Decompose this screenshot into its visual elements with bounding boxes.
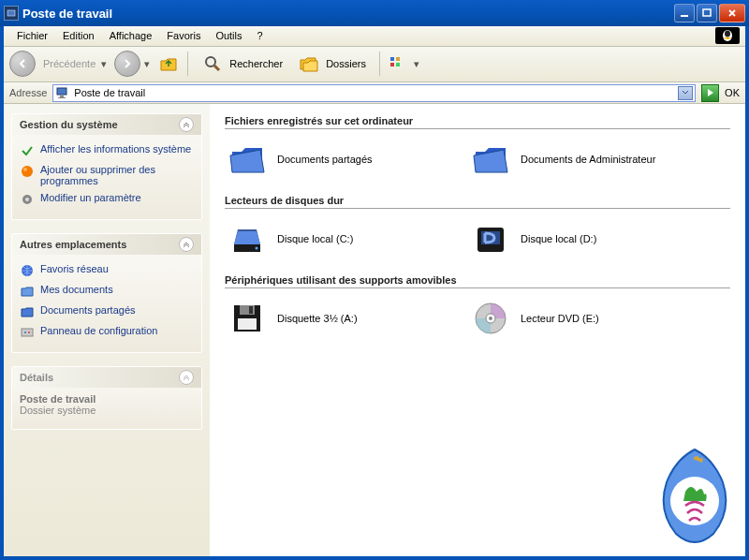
hdd-icon xyxy=(228,220,266,258)
section-removable: Périphériques utilisant des supports amo… xyxy=(225,274,730,288)
folders-label: Dossiers xyxy=(326,58,366,69)
svg-rect-7 xyxy=(396,57,400,61)
svg-rect-11 xyxy=(60,96,64,97)
svg-point-5 xyxy=(206,57,215,66)
window-title: Poste de travail xyxy=(22,7,672,21)
item-disk-c[interactable]: Disque local (C:) xyxy=(228,220,453,258)
sidebar-item-modify-setting[interactable]: Modifier un paramètre xyxy=(20,189,194,210)
chevron-up-icon xyxy=(179,117,194,132)
search-icon xyxy=(201,52,224,75)
panel-other-places: Autres emplacements Favoris réseau Mes d… xyxy=(11,233,202,353)
menu-favoris[interactable]: Favoris xyxy=(159,28,208,43)
svg-rect-8 xyxy=(390,63,394,66)
titlebar: Poste de travail xyxy=(0,0,749,26)
back-dropdown[interactable]: ▾ xyxy=(101,58,110,70)
folder-icon xyxy=(472,140,509,178)
panel-details: Détails Poste de travail Dossier système xyxy=(11,366,202,430)
back-label: Précédente xyxy=(43,58,95,69)
globe-icon xyxy=(20,263,35,278)
menu-edition[interactable]: Edition xyxy=(55,28,102,43)
section-files: Fichiers enregistrés sur cet ordinateur xyxy=(225,115,730,129)
panel-system-tasks: Gestion du système Afficher les informat… xyxy=(11,113,202,220)
floppy-icon xyxy=(228,300,266,337)
item-label: Disque local (D:) xyxy=(521,233,596,244)
app-icon xyxy=(4,6,19,21)
item-label: Documents de Administrateur xyxy=(521,154,655,165)
item-label: Documents partagés xyxy=(277,154,373,165)
hdd-icon xyxy=(472,220,509,258)
item-admin-documents[interactable]: Documents de Administrateur xyxy=(472,140,697,178)
svg-rect-2 xyxy=(703,9,711,16)
svg-rect-1 xyxy=(681,15,688,17)
svg-point-4 xyxy=(725,31,730,37)
svg-point-14 xyxy=(23,168,27,171)
address-value: Poste de travail xyxy=(74,87,145,98)
sidebar-item-add-remove[interactable]: Ajouter ou supprimer des programmes xyxy=(20,161,194,189)
back-button[interactable] xyxy=(9,51,36,77)
computer-icon xyxy=(55,86,70,99)
sidebar-item-shared-docs[interactable]: Documents partagés xyxy=(20,302,194,322)
address-label: Adresse xyxy=(9,87,47,98)
sidebar-item-control-panel[interactable]: Panneau de configuration xyxy=(20,322,194,343)
menu-fichier[interactable]: Fichier xyxy=(9,28,55,43)
item-dvd-e[interactable]: Lecteur DVD (E:) xyxy=(472,300,697,337)
panel-other-places-header[interactable]: Autres emplacements xyxy=(12,234,201,255)
logo-icon xyxy=(715,27,740,44)
svg-rect-12 xyxy=(58,97,66,98)
svg-point-16 xyxy=(25,198,29,201)
sidebar-item-my-documents[interactable]: Mes documents xyxy=(20,281,194,302)
chevron-up-icon xyxy=(179,370,194,385)
svg-rect-26 xyxy=(249,306,253,314)
sidebar-item-network[interactable]: Favoris réseau xyxy=(20,260,194,281)
ok-label: OK xyxy=(725,87,740,98)
search-label: Rechercher xyxy=(229,58,283,69)
check-icon xyxy=(20,143,35,158)
svg-rect-0 xyxy=(7,10,15,16)
folder-doc-icon xyxy=(20,284,35,299)
up-folder-button[interactable] xyxy=(157,52,180,75)
folder-shared-icon xyxy=(20,304,35,319)
go-button[interactable] xyxy=(701,84,719,102)
section-hdd: Lecteurs de disques dur xyxy=(225,195,730,209)
menu-affichage[interactable]: Affichage xyxy=(102,28,160,43)
svg-point-19 xyxy=(24,332,26,333)
item-label: Disquette 3½ (A:) xyxy=(277,313,358,324)
folders-icon xyxy=(298,52,320,75)
close-button[interactable] xyxy=(719,4,745,22)
svg-point-31 xyxy=(489,317,492,320)
svg-point-21 xyxy=(256,247,258,250)
svg-rect-6 xyxy=(390,57,394,61)
item-disk-d[interactable]: Disque local (D:) xyxy=(472,220,697,258)
gear-icon xyxy=(20,192,35,207)
view-mode-dropdown[interactable]: ▾ xyxy=(414,58,423,70)
item-shared-documents[interactable]: Documents partagés xyxy=(228,140,453,178)
control-panel-icon xyxy=(20,325,35,340)
panel-system-tasks-header[interactable]: Gestion du système xyxy=(12,114,201,135)
circle-icon xyxy=(20,164,35,179)
minimize-button[interactable] xyxy=(674,4,695,22)
address-bar: Adresse Poste de travail OK xyxy=(4,82,745,105)
toolbar: Précédente ▾ ▾ Rechercher Dossiers ▾ xyxy=(4,47,745,82)
menu-outils[interactable]: Outils xyxy=(208,28,249,43)
maximize-button[interactable] xyxy=(697,4,717,22)
chevron-up-icon xyxy=(179,237,194,252)
search-button[interactable]: Rechercher xyxy=(196,51,288,77)
svg-point-20 xyxy=(28,332,30,333)
view-mode-button[interactable] xyxy=(388,52,410,75)
details-subtitle: Dossier système xyxy=(20,405,194,416)
dvd-icon xyxy=(472,300,509,337)
sidebar-item-system-info[interactable]: Afficher les informations système xyxy=(20,140,194,161)
folders-button[interactable]: Dossiers xyxy=(292,51,372,77)
item-label: Lecteur DVD (E:) xyxy=(521,313,599,324)
menu-help[interactable]: ? xyxy=(250,28,271,43)
panel-details-header[interactable]: Détails xyxy=(12,367,201,388)
forward-button[interactable] xyxy=(114,51,140,77)
svg-rect-27 xyxy=(238,318,257,330)
svg-rect-10 xyxy=(57,88,66,95)
item-floppy-a[interactable]: Disquette 3½ (A:) xyxy=(228,300,453,337)
forward-dropdown[interactable]: ▾ xyxy=(144,58,154,70)
details-title: Poste de travail xyxy=(20,393,194,405)
address-dropdown[interactable] xyxy=(678,86,693,100)
address-input[interactable]: Poste de travail xyxy=(52,84,696,102)
svg-rect-9 xyxy=(396,63,400,66)
